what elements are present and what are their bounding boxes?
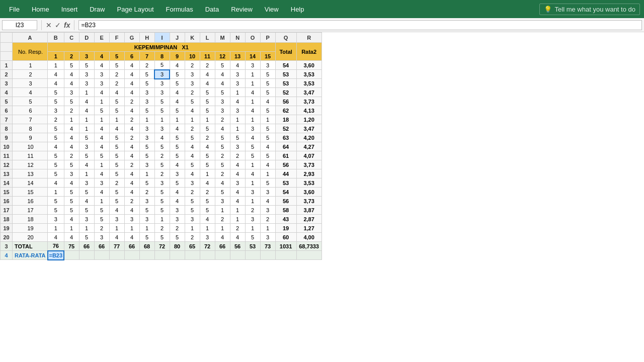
data-cell[interactable]: 5 <box>170 233 185 242</box>
data-cell[interactable]: 5 <box>94 215 109 224</box>
data-cell[interactable]: 3 <box>94 233 109 242</box>
menu-pagelayout[interactable]: Page Layout <box>112 4 159 15</box>
data-cell[interactable]: 1 <box>215 206 230 215</box>
data-cell[interactable]: 3 <box>94 178 109 188</box>
data-cell[interactable]: 4 <box>94 133 109 142</box>
data-cell[interactable]: 1 <box>154 215 170 224</box>
data-cell[interactable]: 4 <box>230 61 245 70</box>
data-cell[interactable]: 4 <box>260 142 275 151</box>
data-cell[interactable]: 4 <box>170 197 185 206</box>
data-cell[interactable]: 5 <box>109 133 124 142</box>
data-cell[interactable]: 5 <box>245 233 260 242</box>
resp-num[interactable]: 12 <box>13 160 48 169</box>
data-cell[interactable]: 4 <box>170 61 185 70</box>
data-cell[interactable]: 5 <box>79 188 94 197</box>
data-cell[interactable]: 3 <box>170 206 185 215</box>
data-cell[interactable]: 1 <box>185 224 200 233</box>
data-cell[interactable]: 2 <box>200 133 215 142</box>
menu-home[interactable]: Home <box>27 4 54 15</box>
data-cell[interactable]: 2 <box>109 70 124 79</box>
data-cell[interactable]: 4 <box>245 133 260 142</box>
data-cell[interactable]: 5 <box>200 124 215 133</box>
data-cell[interactable]: 2 <box>245 206 260 215</box>
data-cell[interactable]: 1 <box>200 169 215 178</box>
resp-num[interactable]: 4 <box>13 88 48 97</box>
data-cell[interactable]: 5 <box>139 142 154 151</box>
data-cell[interactable]: 2 <box>154 224 170 233</box>
data-cell[interactable]: 5 <box>109 106 124 115</box>
data-cell[interactable]: 1 <box>79 88 94 97</box>
data-cell[interactable]: 1 <box>109 224 124 233</box>
data-cell[interactable]: 5 <box>139 178 154 188</box>
data-cell[interactable]: 2 <box>124 97 139 106</box>
col-header-B[interactable]: B <box>48 33 64 43</box>
data-cell[interactable]: 5 <box>64 197 79 206</box>
data-cell[interactable]: 5 <box>79 61 94 70</box>
col-header-L[interactable]: L <box>200 33 215 43</box>
data-cell[interactable]: 5 <box>154 97 170 106</box>
data-cell[interactable]: 4 <box>79 197 94 206</box>
data-cell[interactable]: 5 <box>154 160 170 169</box>
data-cell[interactable]: 5 <box>48 133 64 142</box>
data-cell[interactable]: 4 <box>94 124 109 133</box>
data-cell[interactable]: 5 <box>94 106 109 115</box>
data-cell[interactable]: 1 <box>94 160 109 169</box>
data-cell[interactable]: 3 <box>139 160 154 169</box>
data-cell[interactable]: 1 <box>94 97 109 106</box>
data-cell[interactable]: 2 <box>185 61 200 70</box>
data-cell[interactable]: 5 <box>79 233 94 242</box>
resp-num[interactable]: 1 <box>13 61 48 70</box>
data-cell[interactable]: 5 <box>260 151 275 160</box>
data-cell[interactable]: 4 <box>109 206 124 215</box>
data-cell[interactable]: 3 <box>260 188 275 197</box>
data-cell[interactable]: 1 <box>94 197 109 206</box>
data-cell[interactable]: 3 <box>185 178 200 188</box>
data-cell[interactable]: 4 <box>185 142 200 151</box>
data-cell[interactable]: 2 <box>154 151 170 160</box>
data-cell[interactable]: 5 <box>64 61 79 70</box>
data-cell[interactable]: 4 <box>94 88 109 97</box>
data-cell[interactable]: 5 <box>200 151 215 160</box>
data-cell[interactable]: 4 <box>230 169 245 178</box>
data-cell[interactable]: 4 <box>124 151 139 160</box>
data-cell[interactable]: 3 <box>245 215 260 224</box>
data-cell[interactable]: 1 <box>79 115 94 124</box>
data-cell[interactable]: 4 <box>124 178 139 188</box>
data-cell[interactable]: 1 <box>64 224 79 233</box>
data-cell[interactable]: 3 <box>94 79 109 88</box>
data-cell[interactable]: 5 <box>109 142 124 151</box>
data-cell[interactable]: 3 <box>245 124 260 133</box>
data-cell[interactable]: 4 <box>170 97 185 106</box>
data-cell[interactable]: 3 <box>48 106 64 115</box>
data-cell[interactable]: 4 <box>230 160 245 169</box>
data-cell[interactable]: 4 <box>94 61 109 70</box>
data-cell[interactable]: 5 <box>170 142 185 151</box>
data-cell[interactable]: 4 <box>170 124 185 133</box>
data-cell[interactable]: 5 <box>109 197 124 206</box>
data-cell[interactable]: 4 <box>48 233 64 242</box>
data-cell[interactable]: 5 <box>154 106 170 115</box>
tell-me-box[interactable]: 💡 Tell me what you want to do <box>539 4 640 15</box>
resp-num[interactable]: 6 <box>13 106 48 115</box>
data-cell[interactable]: 3 <box>139 197 154 206</box>
data-cell[interactable]: 5 <box>139 70 154 79</box>
data-cell[interactable]: 5 <box>170 106 185 115</box>
data-cell[interactable]: 5 <box>79 206 94 215</box>
data-cell[interactable]: 4 <box>124 106 139 115</box>
data-cell[interactable]: 1 <box>48 224 64 233</box>
data-cell[interactable]: 4 <box>185 169 200 178</box>
data-cell[interactable]: 1 <box>154 115 170 124</box>
menu-review[interactable]: Review <box>226 4 258 15</box>
data-cell[interactable]: 5 <box>48 97 64 106</box>
col-header-C[interactable]: C <box>64 33 79 43</box>
data-cell[interactable]: 4 <box>64 79 79 88</box>
data-cell[interactable]: 4 <box>230 188 245 197</box>
data-cell[interactable]: 3 <box>79 79 94 88</box>
data-cell[interactable]: 3 <box>64 88 79 97</box>
data-cell[interactable]: 2 <box>185 233 200 242</box>
data-cell[interactable]: 2 <box>200 188 215 197</box>
data-cell[interactable]: 3 <box>154 178 170 188</box>
data-cell[interactable]: 5 <box>139 106 154 115</box>
data-cell[interactable]: 3 <box>139 124 154 133</box>
data-cell[interactable]: 4 <box>64 142 79 151</box>
